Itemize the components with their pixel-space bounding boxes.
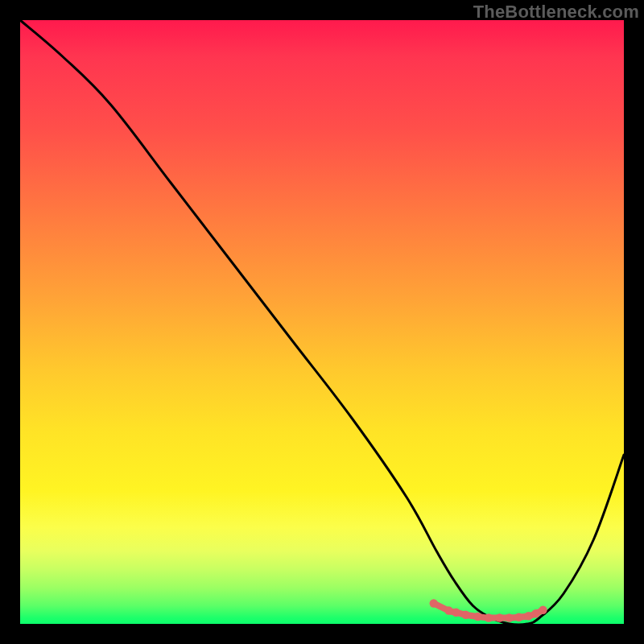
valley-dot (430, 599, 438, 607)
valley-dot (473, 613, 481, 621)
valley-dot (539, 606, 547, 614)
plot-area (20, 20, 624, 624)
watermark-text: TheBottleneck.com (473, 2, 639, 23)
valley-dot (461, 611, 469, 619)
valley-highlight-dots (430, 599, 547, 621)
valley-dot (524, 612, 532, 620)
valley-dot (452, 609, 460, 617)
chart-container: TheBottleneck.com (0, 0, 644, 644)
valley-dot (531, 609, 539, 617)
curve-layer (20, 20, 624, 624)
valley-dot (514, 613, 522, 621)
valley-dot (505, 613, 513, 621)
valley-dot (444, 606, 452, 614)
valley-dot (485, 613, 493, 621)
bottleneck-curve-line (20, 20, 624, 624)
valley-dot (495, 613, 503, 621)
